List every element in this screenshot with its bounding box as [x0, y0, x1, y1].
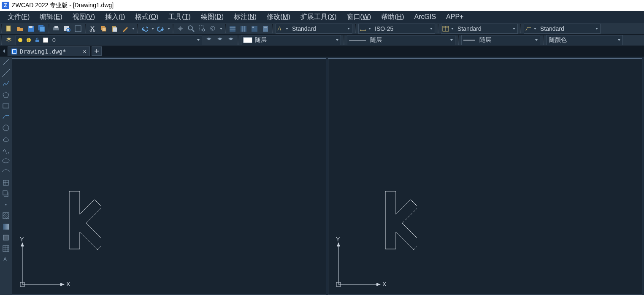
dropdown-icon: [451, 28, 454, 30]
layer-iso-icon[interactable]: [226, 35, 235, 45]
svg-point-36: [18, 38, 22, 42]
tab-scroll-left-icon[interactable]: [0, 46, 8, 56]
menu-tools[interactable]: 工具(T): [163, 11, 195, 23]
menu-edit[interactable]: 编辑(E): [35, 11, 67, 23]
svg-rect-19: [199, 26, 203, 30]
svg-rect-5: [53, 27, 59, 30]
paste-icon[interactable]: [110, 24, 119, 33]
dropdown-icon[interactable]: [132, 28, 135, 30]
linetype-value: 随层: [368, 36, 384, 44]
viewport-left[interactable]: Y X: [12, 58, 326, 295]
open-file-icon[interactable]: [15, 24, 24, 33]
chevron-down-icon: [430, 28, 433, 30]
point-tool-icon[interactable]: [1, 200, 11, 209]
layer-manager-icon[interactable]: [4, 35, 14, 45]
layer-on-icon: [16, 37, 24, 43]
close-tab-icon[interactable]: ✕: [83, 48, 87, 54]
zoom-window-icon[interactable]: [198, 24, 207, 33]
hatch-tool-icon[interactable]: [1, 211, 11, 220]
menu-insert[interactable]: 插入(I): [100, 11, 130, 23]
region-tool-icon[interactable]: [1, 233, 11, 242]
revcloud-tool-icon[interactable]: [1, 134, 11, 143]
menu-dim[interactable]: 标注(N): [229, 11, 262, 23]
new-tab-button[interactable]: [92, 46, 102, 56]
zoom-dropdown-icon[interactable]: [220, 28, 222, 30]
menu-extended[interactable]: 扩展工具(X): [295, 11, 341, 23]
menu-window[interactable]: 窗口(W): [342, 11, 376, 23]
svg-rect-4: [40, 27, 45, 32]
svg-text:A: A: [3, 257, 7, 263]
copy-icon[interactable]: [99, 24, 108, 33]
ellipse-tool-icon[interactable]: [1, 156, 11, 165]
undo-icon[interactable]: [140, 24, 149, 33]
circle-tool-icon[interactable]: [1, 123, 11, 133]
menu-arcgis[interactable]: ArcGIS: [409, 12, 441, 22]
polygon-tool-icon[interactable]: [1, 90, 11, 100]
make-block-icon[interactable]: [1, 189, 11, 198]
document-tab-label: Drawing1.dwg*: [20, 48, 66, 55]
design-center-icon[interactable]: [239, 24, 248, 33]
redo-dropdown-icon[interactable]: [168, 28, 170, 30]
print-icon[interactable]: [51, 24, 61, 33]
document-tab[interactable]: Drawing1.dwg* ✕: [8, 46, 90, 56]
svg-point-16: [179, 27, 181, 30]
properties-icon[interactable]: [228, 24, 237, 33]
plotstyle-combo[interactable]: 随颜色: [546, 35, 623, 45]
zoom-previous-icon[interactable]: [208, 24, 218, 33]
layer-freeze-icon: [24, 37, 33, 43]
layer-combo[interactable]: 0: [16, 35, 202, 45]
layer-previous-icon[interactable]: [204, 35, 214, 45]
menu-draw[interactable]: 绘图(D): [196, 11, 229, 23]
polyline-tool-icon[interactable]: [1, 79, 11, 89]
xline-tool-icon[interactable]: [1, 68, 11, 78]
menu-format[interactable]: 格式(O): [130, 11, 163, 23]
text-style-icon: A: [276, 25, 284, 32]
pan-icon[interactable]: [176, 24, 185, 33]
tool-palettes-icon[interactable]: [250, 24, 259, 33]
viewport-right[interactable]: Y X: [328, 58, 642, 295]
lineweight-value: 随层: [477, 36, 494, 44]
rectangle-tool-icon[interactable]: [1, 101, 11, 111]
insert-block-icon[interactable]: [1, 178, 11, 187]
table-tool-icon[interactable]: [1, 244, 11, 253]
table-style-combo[interactable]: Standard: [441, 24, 518, 34]
menu-appplus[interactable]: APP+: [441, 12, 468, 22]
linetype-preview-icon: [349, 40, 366, 41]
ucs-y-label: Y: [336, 236, 340, 243]
menu-view[interactable]: 视图(V): [68, 11, 100, 23]
spline-tool-icon[interactable]: [1, 145, 11, 154]
calculator-icon[interactable]: [261, 24, 270, 33]
zoom-realtime-icon[interactable]: [187, 24, 196, 33]
gradient-tool-icon[interactable]: [1, 222, 11, 231]
publish-icon[interactable]: [73, 24, 83, 33]
svg-text:A: A: [277, 26, 281, 32]
svg-point-17: [188, 26, 192, 30]
color-combo[interactable]: 随层: [241, 35, 341, 45]
undo-dropdown-icon[interactable]: [152, 28, 154, 30]
viewport-container: — ❐ ✕ Y X: [12, 57, 644, 295]
dwg-file-icon: [11, 49, 17, 54]
print-preview-icon[interactable]: [62, 24, 72, 33]
menu-file[interactable]: 文件(F): [3, 11, 35, 23]
redo-icon[interactable]: [156, 24, 165, 33]
ucs-icon: Y X: [333, 235, 387, 290]
save-icon[interactable]: [26, 24, 35, 33]
menu-help[interactable]: 帮助(H): [376, 11, 409, 23]
line-tool-icon[interactable]: [1, 57, 11, 67]
new-file-icon[interactable]: [4, 24, 14, 33]
linetype-combo[interactable]: 随层: [347, 35, 455, 45]
layer-name: 0: [50, 37, 58, 43]
layer-state-icon[interactable]: [215, 35, 225, 45]
menu-modify[interactable]: 修改(M): [262, 11, 295, 23]
matchprops-icon[interactable]: [121, 24, 130, 33]
saveall-icon[interactable]: [37, 24, 46, 33]
mtext-tool-icon[interactable]: A: [1, 255, 11, 264]
text-style-combo[interactable]: A Standard: [276, 24, 352, 34]
arc-tool-icon[interactable]: [1, 112, 11, 122]
cut-icon[interactable]: [88, 24, 97, 33]
mleader-style-combo[interactable]: Standard: [524, 24, 601, 34]
ellipse-arc-tool-icon[interactable]: [1, 167, 11, 176]
lineweight-combo[interactable]: 随层: [461, 35, 540, 45]
dim-style-combo[interactable]: ISO-25: [358, 24, 435, 34]
chevron-down-icon: [595, 28, 598, 30]
